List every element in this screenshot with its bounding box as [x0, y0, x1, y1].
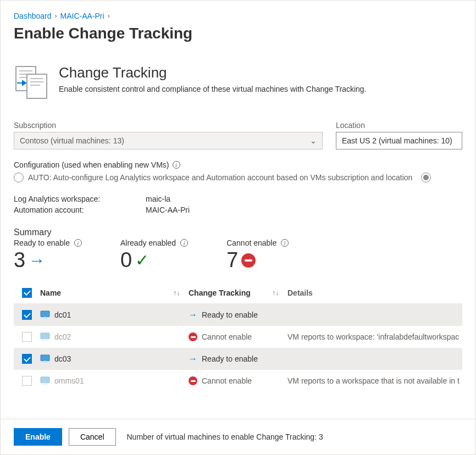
vm-icon — [40, 354, 50, 363]
log-analytics-workspace-label: Log Analytics workspace: — [14, 195, 146, 203]
status-text: Ready to enable — [202, 310, 258, 319]
chevron-right-icon: › — [108, 12, 110, 20]
status-text: Ready to enable — [202, 354, 258, 363]
configuration-label: Configuration (used when enabling new VM… — [14, 160, 169, 169]
summary-ready-value: 3 — [14, 248, 25, 272]
arrow-right-icon: → — [189, 354, 197, 364]
table-row[interactable]: dc03→Ready to enable — [14, 348, 462, 370]
breadcrumb: Dashboard › MAIC-AA-Pri › — [14, 12, 462, 20]
arrow-right-icon: → — [29, 251, 45, 270]
subscription-value: Contoso (virtual machines: 13) — [20, 136, 124, 145]
radio-auto-label: AUTO: Auto-configure Log Analytics works… — [28, 173, 412, 182]
summary-already-label: Already enabled — [120, 238, 176, 247]
svg-rect-18 — [43, 383, 46, 385]
log-analytics-workspace-value: maic-la — [146, 195, 170, 203]
checkmark-icon: ✓ — [135, 251, 149, 270]
svg-rect-12 — [43, 339, 46, 341]
summary-ready-label: Ready to enable — [14, 238, 70, 247]
feature-description: Enable consistent control and compliance… — [59, 85, 367, 93]
minus-circle-icon — [189, 376, 197, 385]
summary-cannot-value: 7 — [226, 248, 238, 272]
column-header-status[interactable]: Change Tracking — [189, 288, 251, 297]
vm-name: dc02 — [54, 332, 71, 341]
info-icon[interactable]: i — [180, 239, 188, 247]
radio-auto[interactable] — [14, 173, 24, 182]
row-checkbox[interactable] — [22, 310, 32, 320]
table-row[interactable]: dc02Cannot enableVM reports to workspace… — [14, 326, 462, 348]
column-header-name[interactable]: Name — [40, 288, 61, 297]
sort-icon[interactable]: ↑↓ — [173, 289, 180, 297]
vm-icon — [40, 310, 50, 319]
arrow-right-icon: → — [189, 310, 197, 320]
subscription-dropdown[interactable]: Contoso (virtual machines: 13) ⌄ — [14, 132, 323, 149]
location-dropdown[interactable]: East US 2 (virtual machines: 10) — [336, 132, 462, 149]
table-row[interactable]: dc01→Ready to enable — [14, 304, 462, 326]
automation-account-value: MAIC-AA-Pri — [146, 206, 190, 214]
radio-custom[interactable] — [421, 173, 431, 182]
summary-cannot-label: Cannot enable — [226, 238, 276, 247]
footer-status: Number of virtual machines to enable Cha… — [127, 432, 323, 441]
details-text: VM reports to a workspace that is not av… — [287, 376, 460, 385]
details-text: VM reports to workspace: 'infralabdefaul… — [287, 332, 459, 341]
summary-already-value: 0 — [120, 248, 132, 272]
minus-circle-icon — [241, 253, 256, 268]
change-tracking-icon — [14, 64, 49, 101]
chevron-down-icon: ⌄ — [310, 136, 317, 145]
status-text: Cannot enable — [202, 376, 252, 385]
svg-rect-4 — [27, 74, 47, 98]
svg-rect-15 — [43, 361, 46, 363]
chevron-right-icon: › — [55, 12, 57, 20]
cancel-button[interactable]: Cancel — [69, 428, 116, 446]
row-checkbox — [22, 376, 32, 386]
minus-circle-icon — [189, 332, 197, 341]
svg-rect-9 — [43, 317, 46, 319]
vm-name: dc01 — [54, 310, 71, 319]
enable-button[interactable]: Enable — [14, 428, 62, 446]
svg-rect-16 — [42, 362, 48, 363]
svg-rect-10 — [42, 318, 48, 319]
vm-name: dc03 — [54, 354, 71, 363]
info-icon[interactable]: i — [74, 239, 82, 247]
status-text: Cannot enable — [202, 332, 252, 341]
svg-rect-19 — [42, 384, 48, 385]
vm-icon — [40, 332, 50, 341]
row-checkbox[interactable] — [22, 354, 32, 364]
svg-rect-17 — [41, 377, 49, 383]
location-label: Location — [336, 121, 462, 130]
vm-table: Name ↑↓ Change Tracking ↑↓ Details dc01→… — [14, 282, 462, 392]
table-row[interactable]: omms01Cannot enableVM reports to a works… — [14, 370, 462, 392]
svg-rect-14 — [41, 355, 49, 361]
subscription-label: Subscription — [14, 121, 323, 130]
feature-title: Change Tracking — [59, 64, 367, 81]
sort-icon[interactable]: ↑↓ — [272, 289, 279, 297]
page-title: Enable Change Tracking — [14, 25, 462, 42]
info-icon[interactable]: i — [173, 161, 180, 169]
svg-rect-8 — [41, 311, 49, 317]
column-header-details[interactable]: Details — [287, 288, 313, 297]
vm-name: omms01 — [54, 376, 84, 385]
breadcrumb-link-dashboard[interactable]: Dashboard — [14, 12, 52, 20]
summary-label: Summary — [14, 228, 462, 237]
location-value: East US 2 (virtual machines: 10) — [342, 136, 452, 145]
svg-rect-13 — [42, 340, 48, 341]
row-checkbox — [22, 332, 32, 342]
svg-rect-11 — [41, 333, 49, 339]
select-all-checkbox[interactable] — [22, 288, 32, 298]
automation-account-label: Automation account: — [14, 206, 146, 214]
vm-icon — [40, 376, 50, 385]
info-icon[interactable]: i — [281, 239, 289, 247]
breadcrumb-link-resource[interactable]: MAIC-AA-Pri — [60, 12, 104, 20]
